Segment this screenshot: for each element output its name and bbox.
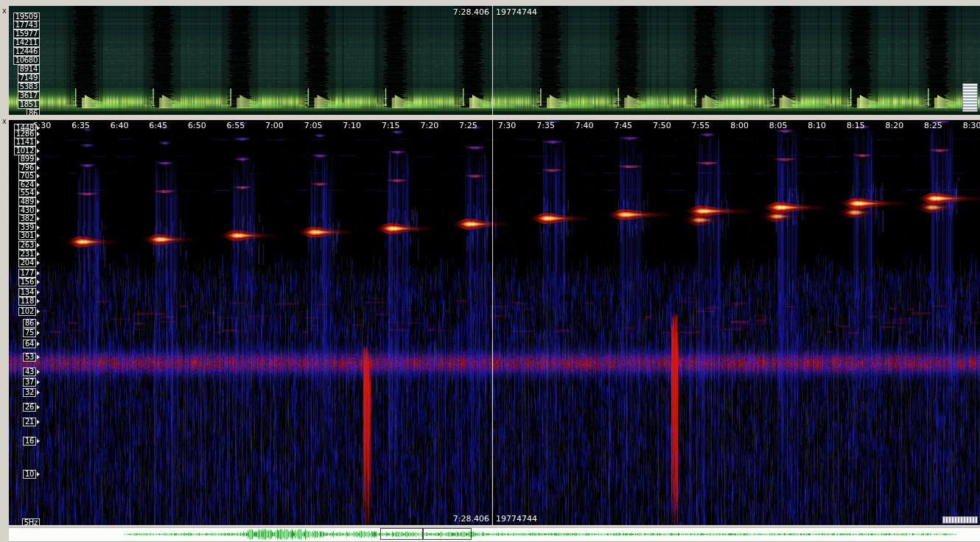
overview-spectrogram-pane: 7:28.406 19774744 1950917743159771421112… [9,6,980,115]
main-spectrogram-canvas[interactable] [9,120,980,525]
overview-panner[interactable] [9,527,980,542]
overview-spectrogram-canvas[interactable] [9,6,980,115]
render-progress-indicator [942,516,978,524]
panner-view-box[interactable] [380,528,424,540]
panner-view-box[interactable] [422,528,472,540]
close-pane-top-button[interactable]: x [0,6,9,15]
main-spectrogram-pane: 6:306:356:406:456:506:557:007:057:107:15… [9,120,980,525]
close-pane-main-button[interactable]: x [0,116,9,125]
waveform-panner-canvas[interactable] [9,529,980,540]
app-window: x x 7:28.406 19774744 195091774315977142… [0,0,980,542]
render-progress-indicator [962,83,978,112]
